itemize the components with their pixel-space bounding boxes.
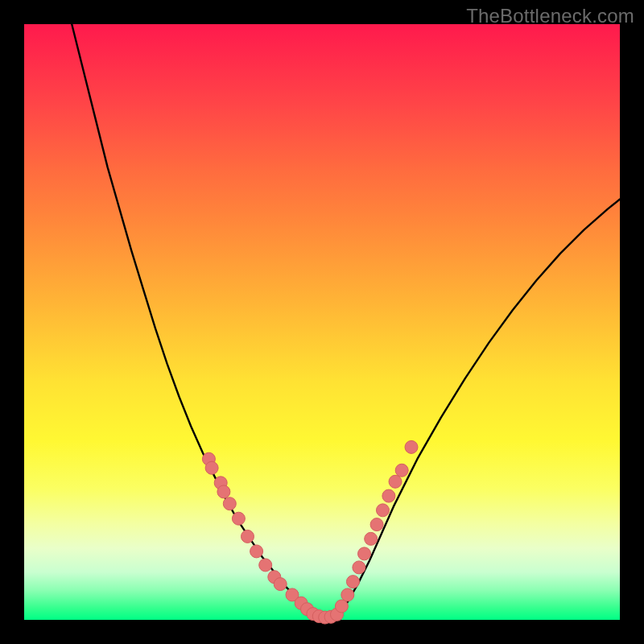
data-point (259, 559, 272, 572)
curve-layer (24, 24, 620, 620)
plot-area (24, 24, 620, 620)
data-point (376, 504, 389, 517)
data-point (242, 530, 254, 543)
data-point (405, 440, 418, 453)
data-point (382, 489, 395, 502)
data-point (335, 600, 348, 613)
data-point (274, 578, 287, 591)
data-point (395, 464, 408, 477)
data-point (232, 512, 245, 525)
data-point (353, 561, 365, 574)
data-point (205, 461, 218, 474)
bottleneck-curve (72, 24, 620, 617)
data-point (370, 518, 383, 531)
data-point (365, 532, 378, 545)
data-point (250, 545, 263, 558)
data-point (358, 547, 371, 560)
data-point (389, 475, 402, 488)
data-point (223, 497, 236, 510)
data-point (346, 576, 359, 588)
data-point-markers (202, 440, 418, 624)
data-point (341, 588, 354, 601)
data-point (217, 485, 230, 498)
chart-stage: TheBottleneck.com (0, 0, 644, 644)
